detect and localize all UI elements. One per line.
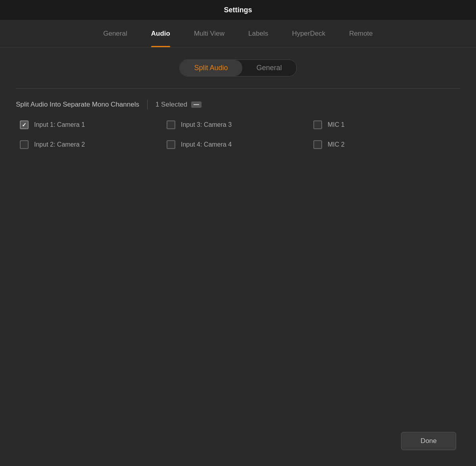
section-header: Split Audio Into Separate Mono Channels … xyxy=(16,100,460,109)
checkbox-mic1[interactable] xyxy=(313,120,322,129)
checkbox-input2[interactable] xyxy=(20,140,29,149)
checkbox-input4[interactable] xyxy=(167,140,175,149)
nav-tab-multiview[interactable]: Multi View xyxy=(194,20,225,47)
checkbox-label-input2: Input 2: Camera 2 xyxy=(34,141,85,148)
done-button-container: Done xyxy=(401,432,456,450)
checkbox-mic2[interactable] xyxy=(313,140,322,149)
checkbox-input1[interactable]: ✓ xyxy=(20,120,29,129)
selected-count: 1 Selected xyxy=(155,101,202,109)
sub-tab-group: Split AudioGeneral xyxy=(179,59,296,76)
checkbox-label-input1: Input 1: Camera 1 xyxy=(34,121,85,128)
minus-button[interactable] xyxy=(191,101,202,108)
checkbox-grid: ✓Input 1: Camera 1Input 3: Camera 3MIC 1… xyxy=(16,120,460,149)
nav-tab-labels[interactable]: Labels xyxy=(248,20,268,47)
checkbox-label-input4: Input 4: Camera 4 xyxy=(181,141,232,148)
checkbox-label-mic2: MIC 2 xyxy=(328,141,345,148)
checkbox-label-mic1: MIC 1 xyxy=(328,121,345,128)
selected-count-text: 1 Selected xyxy=(155,101,187,109)
checkbox-label-input3: Input 3: Camera 3 xyxy=(181,121,232,128)
nav-tab-remote[interactable]: Remote xyxy=(349,20,373,47)
nav-tabs: GeneralAudioMulti ViewLabelsHyperDeckRem… xyxy=(0,20,476,48)
checkbox-item-mic2[interactable]: MIC 2 xyxy=(313,140,460,149)
checkbox-item-mic1[interactable]: MIC 1 xyxy=(313,120,460,129)
section-separator xyxy=(147,100,148,109)
checkbox-input3[interactable] xyxy=(167,120,175,129)
nav-tab-hyperdeck[interactable]: HyperDeck xyxy=(292,20,325,47)
checkbox-item-input1[interactable]: ✓Input 1: Camera 1 xyxy=(20,120,167,129)
sub-tab-general[interactable]: General xyxy=(242,60,296,76)
sub-tabs-container: Split AudioGeneral xyxy=(16,59,460,76)
divider xyxy=(16,88,460,89)
nav-tab-general[interactable]: General xyxy=(103,20,127,47)
window-title: Settings xyxy=(224,6,252,14)
checkmark-input1: ✓ xyxy=(22,122,27,128)
checkbox-item-input2[interactable]: Input 2: Camera 2 xyxy=(20,140,167,149)
title-bar: Settings xyxy=(0,0,476,20)
section-title: Split Audio Into Separate Mono Channels xyxy=(16,101,139,109)
content-area: Split AudioGeneral Split Audio Into Sepa… xyxy=(0,48,476,466)
nav-tab-audio[interactable]: Audio xyxy=(151,20,170,47)
checkbox-item-input3[interactable]: Input 3: Camera 3 xyxy=(167,120,313,129)
checkbox-item-input4[interactable]: Input 4: Camera 4 xyxy=(167,140,313,149)
done-button[interactable]: Done xyxy=(401,432,456,450)
sub-tab-split-audio[interactable]: Split Audio xyxy=(180,60,242,76)
